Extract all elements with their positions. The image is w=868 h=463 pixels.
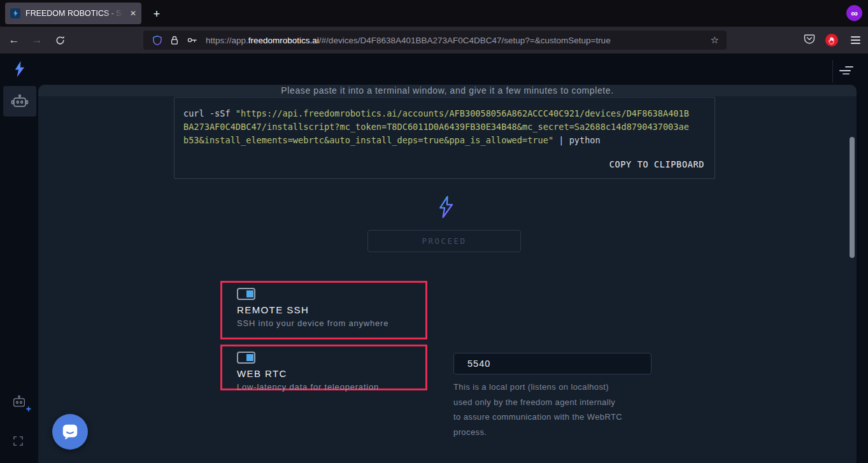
checkbox-checked-fill: [246, 354, 253, 361]
port-help-text: This is a local port (listens on localho…: [453, 380, 664, 439]
web-rtc-checkbox[interactable]: [237, 352, 255, 364]
plus-icon: +: [26, 404, 31, 414]
sidebar-add-device-button[interactable]: +: [11, 395, 29, 411]
web-rtc-title: WEB RTC: [237, 368, 425, 379]
reload-button[interactable]: [51, 31, 69, 49]
fullscreen-icon: [13, 436, 23, 446]
checkbox-checked-fill: [246, 290, 253, 297]
app-menu-icon[interactable]: [839, 65, 856, 76]
blocker-extension-hand-icon[interactable]: [825, 34, 838, 46]
saved-login-key-icon[interactable]: [187, 36, 198, 45]
chat-bubble-icon: [61, 423, 79, 441]
tab-title: FREEDOM ROBOTICS - Se: [25, 9, 126, 18]
app-area: + Please paste it into a terminal window…: [0, 53, 868, 463]
browser-window: FREEDOM ROBOTICS - Se ✕ + ∞ ← →: [0, 0, 868, 463]
private-browsing-badge-icon: ∞: [846, 5, 862, 21]
lock-icon[interactable]: [170, 35, 179, 45]
port-help-line: This is a local port (listens on localho…: [453, 380, 664, 395]
back-button[interactable]: ←: [5, 31, 23, 49]
url-path: /#/devices/D4F8638A401BBA273AF0C4DBC47/s…: [319, 36, 611, 45]
sidebar-item-devices[interactable]: [3, 86, 36, 117]
webrtc-port-input[interactable]: [453, 353, 651, 374]
new-tab-button[interactable]: +: [148, 6, 165, 22]
tab-bar: FREEDOM ROBOTICS - Se ✕ + ∞: [0, 0, 868, 27]
url-prefix: https://app.: [206, 36, 248, 45]
port-help-line: used only by the freedom agent internall…: [453, 395, 664, 410]
freedom-robotics-logo-bolt-icon: [12, 61, 27, 80]
instruction-text: Please paste it into a terminal window, …: [281, 85, 613, 96]
robot-add-icon: [11, 395, 27, 409]
url-input[interactable]: https://app.freedomrobotics.ai/#/devices…: [206, 36, 708, 45]
remote-ssh-option[interactable]: REMOTE SSH SSH into your device from any…: [220, 281, 427, 339]
install-command: curl -sSf "https://api.freedomrobotics.a…: [183, 107, 706, 147]
remote-ssh-subtitle: SSH into your device from anywhere: [237, 318, 425, 328]
port-help-line: process.: [453, 425, 664, 440]
tab-close-icon[interactable]: ✕: [130, 9, 136, 18]
proceed-button[interactable]: PROCEED: [367, 230, 521, 252]
browser-menu-icon[interactable]: [848, 34, 863, 46]
toolbar-extensions: [804, 31, 863, 50]
pocket-icon[interactable]: [804, 33, 815, 47]
sidebar-expand-button[interactable]: [13, 436, 23, 448]
loading-bolt-icon: [432, 193, 460, 221]
clipped-instruction-row: Please paste it into a terminal window, …: [38, 85, 857, 96]
copy-to-clipboard-button[interactable]: COPY TO CLIPBOARD: [609, 158, 704, 171]
tab-freedom-robotics[interactable]: FREEDOM ROBOTICS - Se ✕: [5, 3, 141, 24]
port-help-line: to assure communication with the WebRTC: [453, 410, 664, 425]
intercom-chat-button[interactable]: [52, 414, 88, 450]
tracking-protection-shield-icon[interactable]: [152, 35, 162, 46]
web-rtc-subtitle: Low-latency data for teleoperation: [237, 382, 425, 392]
remote-ssh-checkbox[interactable]: [237, 288, 255, 300]
web-rtc-option[interactable]: WEB RTC Low-latency data for teleoperati…: [220, 345, 427, 390]
url-domain: freedomrobotics.ai: [248, 36, 319, 45]
install-script-codeblock: curl -sSf "https://api.freedomrobotics.a…: [174, 97, 715, 179]
url-bar[interactable]: https://app.freedomrobotics.ai/#/devices…: [143, 31, 727, 50]
forward-button[interactable]: →: [28, 31, 46, 49]
robot-icon: [11, 94, 29, 109]
remote-ssh-title: REMOTE SSH: [237, 304, 425, 315]
setup-panel: Please paste it into a terminal window, …: [38, 85, 857, 463]
panel-scrollbar[interactable]: [850, 137, 855, 258]
header-divider: [832, 60, 833, 83]
bookmark-star-icon[interactable]: ☆: [708, 34, 722, 46]
tab-favicon-bolt-icon: [10, 8, 20, 18]
